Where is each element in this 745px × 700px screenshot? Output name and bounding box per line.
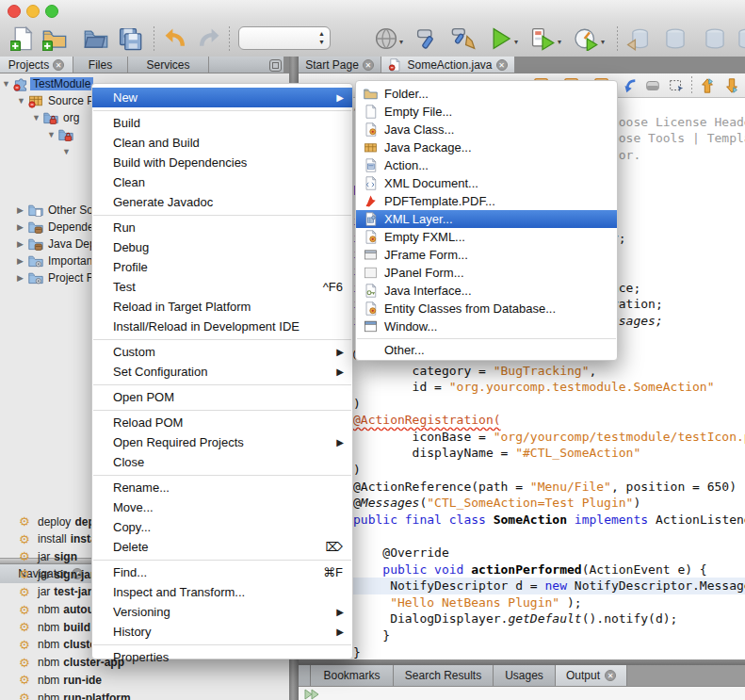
expanded-arrow-icon[interactable]: ▼ <box>47 130 58 139</box>
menu-item-debug[interactable]: Debug <box>92 237 352 257</box>
tree-node[interactable]: ▼ <box>62 143 73 160</box>
profile-project-icon[interactable] <box>573 25 599 52</box>
menu-item-install-reload-in-development-ide[interactable]: Install/Reload in Development IDE <box>92 317 352 336</box>
menu-item-profile[interactable]: Profile <box>92 257 352 277</box>
menu-item-action-[interactable]: Action... <box>356 156 617 174</box>
redo-icon[interactable] <box>196 25 222 52</box>
debug-project-icon[interactable] <box>529 25 556 52</box>
menu-item-clean[interactable]: Clean <box>92 172 352 192</box>
menu-item-build-with-dependencies[interactable]: Build with Dependencies <box>92 153 352 172</box>
menu-item-properties[interactable]: Properties <box>92 647 352 667</box>
menu-item-reload-in-target-platform[interactable]: Reload in Target Platform <box>92 297 352 317</box>
close-icon[interactable]: ✕ <box>363 59 374 71</box>
caret-down-icon[interactable]: ▾ <box>514 38 518 46</box>
menu-item-java-class-[interactable]: Java Class... <box>356 121 617 138</box>
tab-output[interactable]: Output✕ <box>556 665 627 686</box>
tree-node[interactable] <box>77 177 89 194</box>
collapsed-arrow-icon[interactable]: ▶ <box>17 273 28 283</box>
previous-bookmark-icon[interactable] <box>698 76 717 94</box>
navigator-item[interactable]: ⚙jarsign <box>19 547 77 565</box>
expanded-arrow-icon[interactable]: ▼ <box>62 147 73 156</box>
menu-item-entity-classes-from-database-[interactable]: Entity Classes from Database... <box>356 300 617 317</box>
tab-files[interactable]: Files <box>73 57 128 73</box>
menu-item-empty-file-[interactable]: Empty File... <box>356 103 617 121</box>
run-project-icon[interactable] <box>488 25 514 52</box>
menu-item-history[interactable]: History▶ <box>92 622 352 642</box>
menu-item-java-interface-[interactable]: Java Interface... <box>356 282 617 300</box>
open-project-icon[interactable] <box>83 25 109 52</box>
rerun-icon[interactable] <box>304 689 321 700</box>
menu-item-generate-javadoc[interactable]: Generate Javadoc <box>92 192 352 212</box>
menu-item-versioning[interactable]: Versioning▶ <box>92 602 352 622</box>
navigator-item[interactable]: ⚙jartest-jar <box>19 583 91 601</box>
menu-item-test[interactable]: Test^F6 <box>92 277 352 297</box>
tab-bookmarks[interactable]: Bookmarks <box>311 665 394 686</box>
caret-down-icon[interactable]: ▾ <box>558 38 561 46</box>
tab-someaction-java[interactable]: SomeAction.java✕ <box>381 57 515 73</box>
menu-item-java-package-[interactable]: Java Package... <box>356 138 617 156</box>
new-file-icon[interactable] <box>9 25 36 52</box>
menu-item-xml-document-[interactable]: XML Document... <box>356 174 617 192</box>
close-icon[interactable]: ✕ <box>496 59 508 71</box>
menu-item-delete[interactable]: Delete⌦ <box>92 537 352 557</box>
close-icon[interactable]: ✕ <box>605 670 616 681</box>
menu-item-empty-fxml-[interactable]: Empty FXML... <box>356 228 617 246</box>
collapsed-arrow-icon[interactable]: ▶ <box>17 256 28 266</box>
tree-node-org[interactable]: ▼org <box>32 109 82 126</box>
collapsed-arrow-icon[interactable]: ▶ <box>17 205 28 215</box>
main-project-globe-icon[interactable] <box>373 25 399 52</box>
navigator-item[interactable]: ⚙jarsign-jar <box>19 565 95 583</box>
expanded-arrow-icon[interactable]: ▼ <box>32 113 43 122</box>
menu-item-build[interactable]: Build <box>92 113 352 133</box>
menu-item-reload-pom[interactable]: Reload POM <box>92 413 352 432</box>
expanded-arrow-icon[interactable]: ▼ <box>17 96 28 106</box>
tab-services[interactable]: Services <box>128 57 209 73</box>
minimize-window-button[interactable] <box>26 5 40 18</box>
zoom-window-button[interactable] <box>45 5 58 18</box>
menu-item-rename-[interactable]: Rename... <box>92 478 352 497</box>
menu-item-close[interactable]: Close <box>92 452 352 472</box>
maximize-panel-icon[interactable] <box>269 59 282 72</box>
navigator-item[interactable]: ⚙nbmcluster <box>19 636 101 654</box>
config-dropdown[interactable]: ▲▼ <box>238 26 331 50</box>
tree-node[interactable] <box>77 160 89 177</box>
navigator-item[interactable]: ⚙nbmrun-platform <box>19 689 131 700</box>
build-project-icon[interactable] <box>414 25 441 52</box>
undo-icon[interactable] <box>162 25 188 52</box>
menu-item-move-[interactable]: Move... <box>92 497 352 517</box>
menu-item-clean-and-build[interactable]: Clean and Build <box>92 133 352 153</box>
tree-node[interactable]: ▼ <box>47 126 75 143</box>
save-all-icon[interactable] <box>117 25 143 52</box>
menu-item-find-[interactable]: Find...⌘F <box>92 562 352 582</box>
tab-search-results[interactable]: Search Results <box>394 665 494 686</box>
menu-item-xml-layer-[interactable]: XML Layer... <box>356 210 617 228</box>
next-bookmark-icon[interactable] <box>722 76 741 94</box>
tree-node-testmodule[interactable]: ▼TestModule <box>2 75 93 92</box>
menu-item-jpanel-form-[interactable]: JPanel Form... <box>356 264 617 282</box>
tab-usages[interactable]: Usages <box>494 665 556 686</box>
caret-down-icon[interactable]: ▾ <box>601 38 605 46</box>
menu-item-open-required-projects[interactable]: Open Required Projects▶ <box>92 432 352 452</box>
menu-item-custom[interactable]: Custom▶ <box>92 342 352 362</box>
menu-item-run[interactable]: Run <box>92 218 352 237</box>
caret-down-icon[interactable]: ▾ <box>399 38 403 46</box>
rectangular-selection-icon[interactable] <box>667 76 686 94</box>
collapsed-arrow-icon[interactable]: ▶ <box>17 239 28 249</box>
clean-and-build-icon[interactable] <box>450 25 477 52</box>
collapsed-arrow-icon[interactable]: ▶ <box>17 222 28 232</box>
close-window-button[interactable] <box>8 5 21 18</box>
tab-start-page[interactable]: Start Page✕ <box>299 57 381 73</box>
menu-item-open-pom[interactable]: Open POM <box>92 387 352 407</box>
navigator-item[interactable]: ⚙nbmrun-ide <box>19 671 102 689</box>
close-icon[interactable]: ✕ <box>53 59 64 71</box>
tab-projects[interactable]: Projects✕ <box>0 57 73 73</box>
menu-item-new[interactable]: New▶ <box>92 88 352 107</box>
menu-item-jframe-form-[interactable]: JFrame Form... <box>356 246 617 264</box>
menu-item-pdftemplate-pdf-[interactable]: PDFTemplate.PDF... <box>356 192 617 210</box>
navigator-item[interactable]: ⚙installinstall <box>19 530 103 548</box>
new-project-icon[interactable] <box>41 25 68 52</box>
menu-item-window-[interactable]: Window... <box>356 317 617 335</box>
toggle-highlight-icon[interactable] <box>643 76 662 94</box>
navigator-item[interactable]: ⚙nbmbuild <box>19 618 90 636</box>
menu-item-set-configuration[interactable]: Set Configuration▶ <box>92 362 352 382</box>
